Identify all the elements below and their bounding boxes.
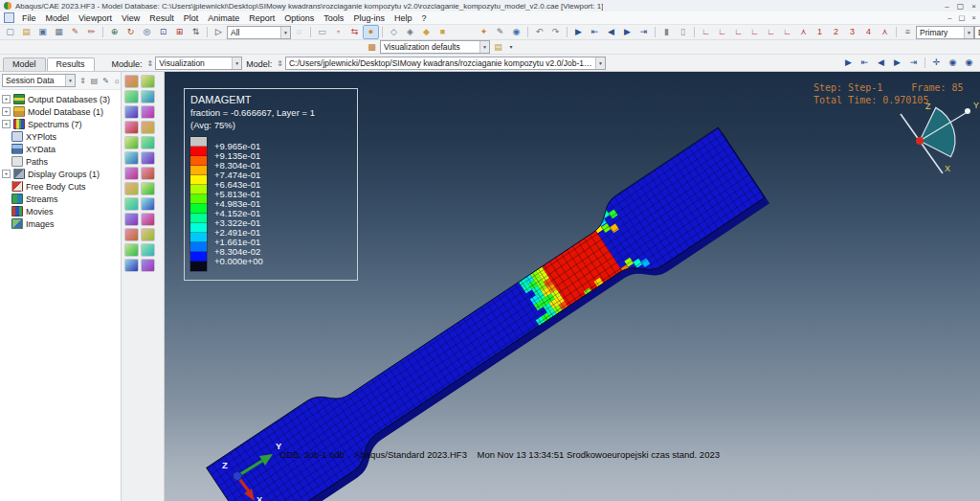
menu-animate[interactable]: Animate — [203, 13, 244, 23]
tree-item-output-databases[interactable]: +Output Databases (3) — [2, 93, 121, 105]
animate-time-history-icon[interactable] — [141, 167, 155, 180]
stream-manager-icon[interactable] — [141, 259, 155, 272]
tab-model[interactable]: Model — [3, 57, 46, 71]
mdi-minimize-button[interactable]: – — [947, 13, 951, 22]
contour-column-icon[interactable]: ▮ — [658, 25, 675, 39]
restore-button[interactable]: ▢ — [957, 2, 965, 11]
sketch-tool-icon[interactable]: ✎ — [492, 25, 508, 39]
print-icon[interactable]: ▦ — [51, 25, 67, 39]
layers-icon[interactable]: ≡ — [900, 25, 916, 39]
vp-next-icon[interactable]: ▶ — [889, 56, 905, 70]
activate-view-cut-icon[interactable] — [124, 213, 139, 226]
view-1-label[interactable]: 1 — [812, 25, 828, 39]
vp-last-icon[interactable]: ⇥ — [905, 56, 922, 70]
plot-contour-icon[interactable] — [141, 90, 155, 103]
field-output-icon[interactable] — [124, 197, 139, 211]
pick-options-icon[interactable]: ◌ — [291, 25, 307, 39]
render-filled-icon[interactable]: ■ — [434, 25, 451, 39]
tab-results[interactable]: Results — [47, 57, 95, 71]
view-cut-manager-icon[interactable] — [141, 213, 155, 226]
menu-help[interactable]: Help — [390, 13, 417, 23]
compass-center[interactable] — [916, 137, 924, 145]
filter-tree-icon[interactable]: ▤ — [89, 76, 100, 86]
frame-selector-icon[interactable] — [141, 197, 155, 211]
module-combo[interactable]: Visualization ▼ — [155, 57, 242, 70]
menu-plot[interactable]: Plot — [179, 13, 204, 23]
result-options-icon[interactable] — [141, 151, 155, 165]
fit-view-icon[interactable]: ⊞ — [171, 25, 188, 39]
csys-2-icon[interactable]: ∟ — [714, 25, 730, 39]
chevron-down-icon[interactable]: ▼ — [232, 57, 241, 69]
chevron-down-icon[interactable]: ▼ — [595, 57, 605, 69]
plot-material-orientation-icon[interactable] — [141, 105, 155, 119]
display-group-manager-icon[interactable]: ▤ — [490, 40, 506, 55]
display-group-combo[interactable]: Visualization defaults ▼ — [380, 40, 490, 54]
compass-free-rotation-handle[interactable] — [965, 108, 970, 114]
edit-tree-icon[interactable]: ✎ — [100, 76, 111, 86]
chevron-down-icon[interactable]: ▼ — [479, 41, 489, 53]
vp-first-icon[interactable]: ⇤ — [857, 56, 873, 70]
info-icon[interactable]: ◉ — [508, 25, 524, 39]
mdi-close-button[interactable]: × — [972, 13, 976, 22]
close-button[interactable]: × — [971, 2, 976, 11]
fast-plot-icon[interactable] — [124, 75, 139, 88]
menu-viewport[interactable]: Viewport — [74, 13, 117, 23]
csys-1-icon[interactable]: ∟ — [698, 25, 714, 39]
superimpose-options-icon[interactable] — [141, 121, 155, 134]
free-body-cut-manager-icon[interactable] — [124, 259, 139, 272]
tree-item-free-body-cuts[interactable]: Free Body Cuts — [2, 180, 121, 193]
render-hidden-icon[interactable]: ◈ — [402, 25, 418, 39]
common-options-icon[interactable] — [124, 121, 139, 134]
csys-5-icon[interactable]: ∟ — [763, 25, 779, 39]
datum-axes-icon[interactable]: ⋏ — [795, 25, 812, 39]
model-combo[interactable]: C:/Users/jplewnicki/Desktop/SIMowy kwadr… — [285, 57, 606, 70]
stamp-icon[interactable]: ✏ — [83, 25, 100, 39]
pan-view-icon[interactable]: ⊕ — [106, 25, 122, 39]
field-variable-combo[interactable]: DAMAGEMT▼ — [974, 26, 980, 39]
rotate-view-icon[interactable]: ↻ — [122, 25, 139, 39]
last-frame-icon[interactable]: ⇥ — [635, 25, 652, 39]
play-animation-icon[interactable]: ▶ — [570, 25, 587, 39]
swap-views-icon[interactable]: ⇆ — [346, 25, 363, 39]
vp-play-icon[interactable]: ▶ — [840, 56, 857, 70]
orientation-options-icon[interactable] — [124, 151, 139, 165]
menu-plug-ins[interactable]: Plug-ins — [348, 13, 390, 23]
undo-icon[interactable]: ↶ — [531, 25, 547, 39]
minimize-button[interactable]: – — [945, 2, 948, 11]
probe-icon[interactable]: ✛ — [928, 56, 945, 70]
render-shaded-icon[interactable]: ◆ — [418, 25, 434, 39]
csys-3-icon[interactable]: ∟ — [730, 25, 746, 39]
chevron-down-icon[interactable]: ▼ — [964, 27, 973, 38]
menu-report[interactable]: Report — [244, 13, 279, 23]
menu-model[interactable]: Model — [41, 13, 75, 23]
create-xy-data-icon[interactable] — [124, 228, 139, 241]
field-position-combo[interactable]: Primary▼ — [916, 26, 974, 39]
xy-data-manager-icon[interactable] — [141, 228, 155, 241]
edit-region-icon[interactable]: ▫ — [330, 25, 346, 39]
cycle-views-icon[interactable]: ⇅ — [188, 25, 204, 39]
walk-tool-icon[interactable]: ✦ — [476, 25, 492, 39]
view-manipulation-icon[interactable]: ▭ — [314, 25, 330, 39]
snapshot-camera-icon[interactable]: ◉ — [945, 56, 961, 70]
render-wireframe-icon[interactable]: ◇ — [386, 25, 402, 39]
animation-options-icon[interactable] — [141, 182, 155, 195]
contour-options-icon[interactable] — [124, 136, 139, 149]
menu-view[interactable]: View — [117, 13, 145, 23]
view-4-label[interactable]: 4 — [860, 25, 877, 39]
save-icon[interactable]: ▣ — [34, 25, 51, 39]
tree-item-xyplots[interactable]: XYPlots — [2, 130, 121, 143]
animate-scale-factor-icon[interactable] — [124, 167, 139, 180]
animate-harmonic-icon[interactable] — [124, 182, 139, 195]
marker-pen-icon[interactable]: ✎ — [67, 25, 83, 39]
tree-item-paths[interactable]: Paths — [2, 155, 121, 168]
tree-item-streams[interactable]: Streams — [2, 193, 121, 205]
vp-prev-icon[interactable]: ◀ — [873, 56, 889, 70]
csys-4-icon[interactable]: ∟ — [746, 25, 763, 39]
view-2-label[interactable]: 2 — [828, 25, 844, 39]
datum-csys-icon[interactable]: ⋏ — [877, 25, 893, 39]
next-frame-icon[interactable]: ▶ — [619, 25, 635, 39]
previous-frame-icon[interactable]: ◀ — [603, 25, 619, 39]
box-zoom-icon[interactable]: ⊡ — [155, 25, 171, 39]
chevron-down-icon[interactable]: ▼ — [280, 27, 290, 38]
redo-icon[interactable]: ↷ — [547, 25, 564, 39]
